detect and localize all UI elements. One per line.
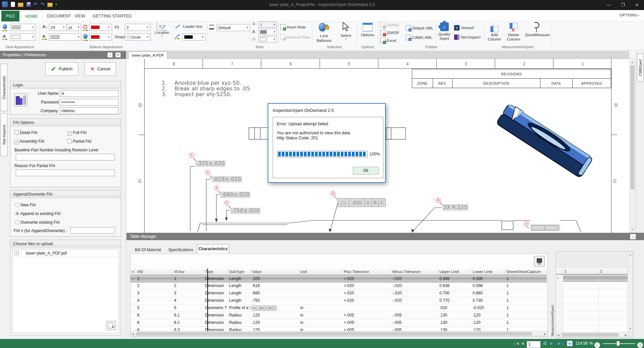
side-tab-net-inspect[interactable]: Net-Inspect — [0, 113, 7, 156]
file-checkbox[interactable]: ✓ — [14, 251, 19, 255]
zoom-in-icon[interactable]: ＋ — [637, 342, 643, 348]
publish-3dpdf-button[interactable]: P3DPDF — [380, 22, 399, 28]
dimension-label-4[interactable]: .750±.020 — [230, 208, 261, 214]
cams-xml-button[interactable]: xCAMS XML — [406, 34, 432, 40]
page-number-input[interactable] — [527, 341, 541, 348]
col-header-lowerlimit[interactable]: Lower Limit — [471, 269, 505, 275]
col-header-minustolerance[interactable]: Minus Tolerance — [391, 269, 438, 275]
delete-column-button[interactable]: ✕ DeleteColumn — [504, 22, 523, 42]
user-name-field[interactable]: ix — [60, 90, 119, 97]
row-selector[interactable] — [130, 319, 136, 327]
scroll-left-icon[interactable]: ◀ — [132, 333, 134, 336]
table-row[interactable]: 44DimensionLength.750+.020-.0200.7700.73… — [130, 297, 547, 304]
table-row[interactable]: 66.1DimensionRadius.125in+.005-.005.130.… — [130, 312, 547, 319]
balloon-5[interactable]: 5 — [330, 191, 335, 196]
options-menu[interactable]: OPTIONS ▾ — [620, 13, 639, 17]
capture-row-selector[interactable] — [556, 282, 563, 289]
table-row[interactable]: 22DimensionLength.618+.020-.0200.6380.59… — [130, 282, 547, 290]
leader-color-combo[interactable]: ▼ — [182, 33, 205, 41]
capture-row-selector[interactable] — [556, 304, 563, 311]
col-header-plustolerance[interactable]: Plus Tolerance — [342, 269, 391, 275]
note-font-color-combo[interactable]: ▼ — [258, 29, 277, 35]
verisurf-button[interactable]: VVerisurf — [454, 25, 474, 30]
note-style-combo[interactable]: Default▼ — [217, 24, 250, 31]
new-fai-radio[interactable]: New FAI — [15, 203, 36, 207]
overwrite-existing-radio[interactable]: Overwrite existing FAI — [15, 220, 60, 225]
row-selector[interactable] — [130, 297, 136, 304]
table-manager-pin-icon[interactable]: ⊥ — [630, 234, 636, 239]
remove-note-button[interactable]: ✕Remove Note — [280, 34, 310, 40]
col-header-unit[interactable]: Unit — [299, 269, 342, 275]
dimension-label-3[interactable]: .680±.020 — [220, 192, 251, 198]
note-fill-color-combo[interactable]: ▼ — [258, 36, 277, 43]
capture-row[interactable]: › — [556, 274, 628, 282]
select-button[interactable]: Select ▾ — [336, 22, 356, 41]
capture-row[interactable] — [556, 319, 628, 326]
insert-note-button[interactable]: +Insert Note — [280, 24, 306, 30]
add-column-button[interactable]: ↓ AddColumn — [486, 22, 503, 42]
capture-scroll-right-icon[interactable]: ▶ — [625, 334, 627, 337]
capture-hscrollbar[interactable]: ◀ ▶ — [556, 332, 628, 337]
capture-row-selector[interactable] — [556, 296, 563, 304]
minimize-button[interactable]: — — [602, 0, 616, 10]
shape-combo[interactable]: Circle▼ — [125, 33, 150, 41]
detail-fai-checkbox[interactable]: Detail FAI — [14, 130, 37, 135]
dimension-label-6[interactable]: 2X R.125 — [442, 204, 469, 211]
capture-row-selector[interactable]: › — [556, 275, 563, 282]
scroll-right-icon[interactable]: ▶ — [544, 333, 546, 336]
panel-close-icon[interactable]: ✕ — [115, 52, 121, 58]
balloon-font-color-combo[interactable]: ▼ — [49, 33, 81, 41]
capture-row[interactable] — [556, 289, 628, 296]
publish-2dpdf-button[interactable]: P2DPDF — [380, 30, 399, 36]
capture-vscrollbar[interactable]: ▲ ▼ — [628, 252, 633, 332]
col-header-id[interactable]: #ID — [136, 269, 173, 275]
col-header-sheetviewcapture[interactable]: Sheet/View/Capture — [505, 269, 547, 275]
capture-row[interactable] — [556, 296, 628, 304]
dimension-label-1[interactable]: .325±.020 — [196, 160, 226, 167]
row-selector[interactable] — [130, 312, 136, 319]
zoom-out-icon[interactable]: − — [594, 342, 600, 348]
pin-icon[interactable]: ⊥ — [107, 52, 113, 58]
capture-row[interactable] — [556, 311, 628, 319]
scroll-down-icon[interactable]: ▼ — [631, 228, 634, 231]
col-header-upperlimit[interactable]: Upper Limit — [438, 269, 471, 275]
row-selector[interactable] — [130, 304, 136, 312]
publish-button[interactable]: ✔Publish — [45, 62, 78, 76]
maximize-button[interactable]: ❐ — [616, 0, 630, 10]
canvas-vscroll-thumb[interactable] — [630, 65, 635, 189]
table-row[interactable]: 66.2DimensionRadius.125in+.005-.005.130.… — [130, 319, 547, 327]
balloon-font-unit-combo[interactable]: pt▼ — [67, 24, 81, 31]
col-header-char[interactable]: #Char — [173, 269, 204, 275]
capture-col-2[interactable]: 2 — [599, 268, 628, 274]
fit-combo[interactable]: 3▼ — [125, 24, 150, 31]
balloon-1[interactable]: 1 — [189, 153, 194, 158]
net-inspect-button[interactable]: Net-Inspect — [454, 34, 481, 40]
view-font-color-combo[interactable]: ▼ — [10, 33, 36, 41]
view-balloon-color-combo[interactable]: ▼ — [10, 24, 36, 31]
password-field[interactable]: ●●●●●●● — [60, 99, 119, 106]
close-button[interactable]: ✕ — [630, 0, 644, 10]
row-selector[interactable] — [130, 282, 136, 290]
side-tab-characteristic[interactable]: Characteristic — [0, 64, 7, 111]
baseline-input[interactable] — [16, 154, 115, 160]
location-button[interactable]: x,y Location ▾ — [153, 22, 171, 38]
frozen-column-divider[interactable] — [207, 269, 208, 336]
table-row[interactable]: 55Geometric TProfile of a S.020ABCin.020… — [130, 304, 547, 312]
assembly-fai-checkbox[interactable]: ✓ Assembly FAI — [14, 139, 44, 144]
capture-row-selector[interactable] — [556, 311, 563, 319]
publish-excel-button[interactable]: XExcel — [380, 38, 396, 43]
options-button[interactable]: Options — [358, 22, 378, 37]
table-row[interactable]: ›11DimensionLength.325+.020-.0200.3450.3… — [130, 275, 547, 282]
canvas-vscrollbar[interactable]: ▲ ▼ — [629, 59, 635, 233]
capture-row[interactable] — [556, 282, 628, 289]
balloon-fill-color-combo[interactable]: ▼ — [89, 33, 111, 41]
full-fai-checkbox[interactable]: ✓ Full FAI — [67, 130, 87, 136]
tab-bill-of-material[interactable]: Bill Of Material — [132, 246, 163, 254]
grid-hscroll-thumb[interactable] — [136, 332, 532, 336]
reason-input[interactable] — [16, 169, 115, 176]
grid-device-button[interactable] — [534, 256, 545, 267]
tab-home[interactable]: HOME — [20, 11, 43, 21]
fai-number-input[interactable] — [70, 227, 115, 234]
balloon-2[interactable]: 2 — [205, 170, 210, 175]
fit-page-icon[interactable]: ✛ — [567, 341, 573, 346]
